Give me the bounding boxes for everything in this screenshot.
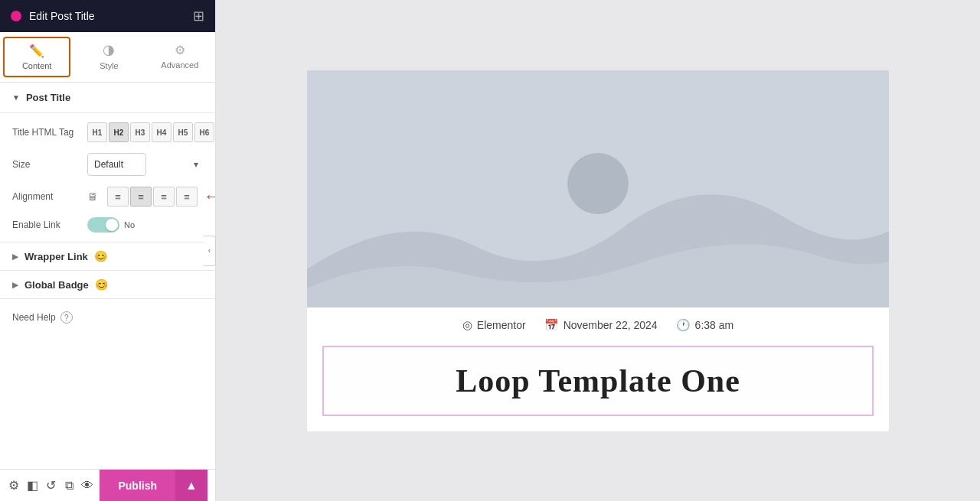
style-tab-label: Style bbox=[100, 61, 118, 70]
settings-icon[interactable]: ⚙ bbox=[8, 473, 20, 498]
publish-group: Publish ▲ bbox=[100, 470, 207, 502]
html-tag-label: Title HTML Tag bbox=[12, 127, 81, 138]
meta-date: 📅 November 22, 2024 bbox=[544, 318, 658, 332]
tabs-bar: ✏️ Content ◑ Style ⚙ Advanced bbox=[0, 32, 215, 83]
enable-link-row: Enable Link No bbox=[12, 217, 203, 233]
global-badge-emoji: 😊 bbox=[95, 278, 108, 291]
responsive-icon[interactable]: ⧉ bbox=[63, 473, 75, 498]
logo-dot bbox=[11, 11, 21, 21]
help-circle-icon: ? bbox=[60, 311, 73, 324]
post-title-section-header[interactable]: ▼ Post Title bbox=[0, 83, 215, 113]
size-select[interactable]: Default Small Medium Large XL XXL bbox=[87, 153, 146, 176]
alignment-row: Alignment 🖥 ≡ ≡ ≡ ≡ ← 2 bbox=[12, 187, 203, 207]
wrapper-link-label: Wrapper Link bbox=[24, 251, 88, 262]
size-select-wrapper: Default Small Medium Large XL XXL bbox=[87, 153, 203, 176]
align-center-btn[interactable]: ≡ bbox=[130, 187, 152, 207]
align-justify-btn[interactable]: ≡ bbox=[176, 187, 198, 207]
tag-h4-btn[interactable]: H4 bbox=[152, 122, 172, 142]
enable-link-no-label: No bbox=[124, 220, 135, 229]
alignment-control: ≡ ≡ ≡ ≡ bbox=[107, 187, 198, 207]
form-section: Title HTML Tag H1 H2 H3 H4 H5 H6 ← 1 bbox=[0, 113, 215, 242]
publish-dropdown-button[interactable]: ▲ bbox=[175, 470, 207, 502]
panel-collapse-handle[interactable]: ‹ bbox=[204, 236, 216, 266]
advanced-tab-label: Advanced bbox=[161, 60, 198, 70]
enable-link-toggle[interactable] bbox=[87, 217, 119, 233]
preview-title: Loop Template One bbox=[339, 363, 857, 399]
global-badge-arrow: ▶ bbox=[12, 281, 18, 289]
style-tab-icon: ◑ bbox=[103, 41, 115, 58]
global-badge-label: Global Badge bbox=[24, 279, 89, 291]
wrapper-link-section[interactable]: ▶ Wrapper Link 😊 bbox=[0, 242, 215, 271]
meta-date-text: November 22, 2024 bbox=[564, 319, 658, 331]
meta-time-text: 6:38 am bbox=[695, 319, 734, 331]
align-right-btn[interactable]: ≡ bbox=[153, 187, 175, 207]
grid-icon[interactable]: ⊞ bbox=[193, 8, 204, 24]
panel-content: ▼ Post Title Title HTML Tag H1 H2 H3 H4 … bbox=[0, 83, 215, 469]
need-help-section[interactable]: Need Help ? bbox=[0, 299, 215, 336]
need-help-label: Need Help bbox=[12, 312, 56, 323]
align-btn-group: ≡ ≡ ≡ ≡ bbox=[107, 187, 198, 207]
tag-h6-btn[interactable]: H6 bbox=[194, 122, 214, 142]
annotation-2: ← 2 bbox=[204, 187, 215, 207]
calendar-icon: 📅 bbox=[544, 318, 559, 332]
global-badge-section[interactable]: ▶ Global Badge 😊 bbox=[0, 271, 215, 299]
section-title-label: Post Title bbox=[26, 92, 70, 103]
bottom-bar: ⚙ ◧ ↺ ⧉ 👁 Publish ▲ bbox=[0, 469, 215, 501]
author-icon: ◎ bbox=[462, 318, 472, 332]
preview-title-box: Loop Template One bbox=[322, 346, 874, 416]
tab-advanced[interactable]: ⚙ Advanced bbox=[148, 37, 212, 77]
tag-h2-btn[interactable]: H2 bbox=[109, 122, 129, 142]
header-left: Edit Post Title bbox=[11, 10, 95, 22]
tab-content[interactable]: ✏️ Content bbox=[3, 37, 70, 77]
wrapper-link-emoji: 😊 bbox=[94, 250, 107, 262]
panel-title: Edit Post Title bbox=[29, 10, 95, 22]
enable-link-toggle-wrap: No bbox=[87, 217, 135, 233]
main-preview-area: ◎ Elementor 📅 November 22, 2024 🕐 6:38 a… bbox=[216, 0, 980, 501]
align-left-btn[interactable]: ≡ bbox=[107, 187, 129, 207]
html-tag-control: H1 H2 H3 H4 H5 H6 bbox=[87, 122, 214, 142]
meta-author-text: Elementor bbox=[477, 319, 526, 331]
meta-author: ◎ Elementor bbox=[462, 318, 526, 332]
preview-image bbox=[307, 70, 889, 307]
tag-h3-btn[interactable]: H3 bbox=[130, 122, 150, 142]
advanced-tab-icon: ⚙ bbox=[175, 43, 185, 57]
preview-container: ◎ Elementor 📅 November 22, 2024 🕐 6:38 a… bbox=[307, 70, 889, 431]
tag-h1-btn[interactable]: H1 bbox=[87, 122, 107, 142]
meta-time: 🕐 6:38 am bbox=[676, 318, 734, 332]
html-tag-row: Title HTML Tag H1 H2 H3 H4 H5 H6 ← 1 bbox=[12, 122, 203, 142]
device-icon: 🖥 bbox=[87, 190, 98, 203]
content-tab-label: Content bbox=[22, 61, 52, 70]
publish-button[interactable]: Publish bbox=[100, 470, 175, 502]
size-label: Size bbox=[12, 159, 81, 170]
preview-meta: ◎ Elementor 📅 November 22, 2024 🕐 6:38 a… bbox=[307, 307, 889, 343]
layers-icon[interactable]: ◧ bbox=[26, 473, 38, 498]
preview-icon[interactable]: 👁 bbox=[81, 473, 93, 498]
content-tab-icon: ✏️ bbox=[29, 44, 44, 58]
clock-icon: 🕐 bbox=[676, 318, 691, 332]
section-collapse-arrow: ▼ bbox=[12, 93, 20, 102]
size-row: Size Default Small Medium Large XL XXL bbox=[12, 153, 203, 176]
panel-header: Edit Post Title ⊞ bbox=[0, 0, 215, 32]
wrapper-link-arrow: ▶ bbox=[12, 252, 18, 261]
svg-point-1 bbox=[567, 153, 629, 214]
alignment-label: Alignment bbox=[12, 191, 81, 202]
left-panel: Edit Post Title ⊞ ✏️ Content ◑ Style ⚙ A… bbox=[0, 0, 216, 501]
history-icon[interactable]: ↺ bbox=[44, 473, 57, 498]
tab-style[interactable]: ◑ Style bbox=[77, 37, 141, 77]
tag-h5-btn[interactable]: H5 bbox=[173, 122, 193, 142]
html-tag-group: H1 H2 H3 H4 H5 H6 bbox=[87, 122, 214, 142]
enable-link-label: Enable Link bbox=[12, 220, 81, 230]
